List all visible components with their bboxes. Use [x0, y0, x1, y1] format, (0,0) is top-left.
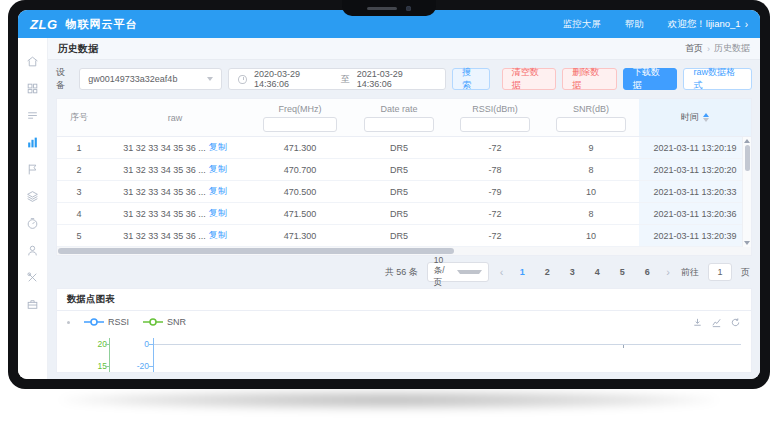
- rssi-line-marker-icon: [84, 317, 104, 327]
- page-size-value: 10条/页: [434, 255, 453, 289]
- copy-link[interactable]: 复制: [209, 163, 227, 176]
- raw-text: 31 32 33 34 35 36 ...: [123, 165, 206, 175]
- copy-link[interactable]: 复制: [209, 141, 227, 154]
- h-scroll-thumb[interactable]: [58, 248, 454, 254]
- rate-filter-input[interactable]: [364, 117, 433, 132]
- page-number-3[interactable]: 3: [564, 267, 580, 277]
- horizontal-scrollbar[interactable]: [57, 247, 751, 255]
- col-header-freq: Freq(MHz): [279, 104, 322, 114]
- table-row[interactable]: 2 31 32 33 34 35 36 ...复制 470.700 DR5 -7…: [57, 159, 751, 181]
- chart-title: 数据点图表: [67, 293, 115, 306]
- table-row[interactable]: 1 31 32 33 34 35 36 ...复制 471.300 DR5 -7…: [57, 137, 751, 159]
- clear-data-button[interactable]: 清空数据: [502, 68, 557, 90]
- cell-raw: 31 32 33 34 35 36 ...复制: [101, 181, 249, 202]
- search-button[interactable]: 搜索: [452, 68, 489, 90]
- breadcrumb-home[interactable]: 首页: [685, 42, 703, 55]
- breadcrumb-current: 历史数据: [714, 42, 750, 55]
- col-header-time: 时间: [681, 111, 699, 124]
- tools-icon[interactable]: [26, 270, 40, 284]
- raw-text: 31 32 33 34 35 36 ...: [123, 143, 206, 153]
- table-row[interactable]: 3 31 32 33 34 35 36 ...复制 470.500 DR5 -7…: [57, 181, 751, 203]
- snr-axis-tick: 20: [85, 339, 107, 349]
- cell-no: 3: [57, 181, 101, 202]
- cell-raw: 31 32 33 34 35 36 ...复制: [101, 159, 249, 180]
- snr-filter-input[interactable]: [556, 117, 625, 132]
- cell-time: 2021-03-11 13:20:19: [639, 137, 751, 158]
- col-header-no: 序号: [70, 111, 88, 124]
- freq-filter-input[interactable]: [263, 117, 336, 132]
- download-icon[interactable]: [692, 317, 703, 328]
- cell-snr: 9: [543, 137, 639, 158]
- layers-icon[interactable]: [26, 189, 40, 203]
- cell-freq: 471.300: [249, 137, 351, 158]
- legend-item-rssi[interactable]: RSSI: [84, 317, 129, 327]
- raw-text: 31 32 33 34 35 36 ...: [123, 231, 206, 241]
- cell-freq: 471.300: [249, 225, 351, 246]
- cell-raw: 31 32 33 34 35 36 ...复制: [101, 203, 249, 224]
- table-row[interactable]: 4 31 32 33 34 35 36 ...复制 471.500 DR5 -7…: [57, 203, 751, 225]
- cell-rate: DR5: [351, 181, 447, 202]
- chevron-down-icon: [207, 77, 213, 81]
- scroll-up-icon[interactable]: [744, 139, 750, 143]
- next-page-icon[interactable]: ›: [664, 266, 672, 278]
- app-title: 物联网云平台: [66, 17, 138, 32]
- date-start: 2020-03-29 14:36:06: [254, 69, 334, 89]
- chart-section: 数据点图表 RSSI SNR: [56, 288, 752, 373]
- legend-item-snr[interactable]: SNR: [143, 317, 186, 327]
- goto-page-input[interactable]: [708, 263, 732, 281]
- goto-unit: 页: [741, 266, 750, 279]
- briefcase-icon[interactable]: [26, 297, 40, 311]
- snr-line-marker-icon: [143, 317, 163, 327]
- line-chart-icon[interactable]: [711, 317, 722, 328]
- chart-toolbar: [692, 317, 741, 328]
- bar-chart-icon[interactable]: [26, 135, 40, 149]
- download-data-button[interactable]: 下载数据: [623, 68, 678, 90]
- v-scroll-thumb[interactable]: [745, 145, 750, 171]
- cell-rate: DR5: [351, 225, 447, 246]
- list-icon[interactable]: [26, 108, 40, 122]
- prev-page-icon[interactable]: ‹: [498, 266, 506, 278]
- raw-text: 31 32 33 34 35 36 ...: [123, 187, 206, 197]
- flag-icon[interactable]: [26, 162, 40, 176]
- cell-time: 2021-03-11 13:20:36: [639, 203, 751, 224]
- cell-freq: 470.700: [249, 159, 351, 180]
- cell-rate: DR5: [351, 159, 447, 180]
- scroll-down-icon[interactable]: [744, 241, 750, 245]
- delete-data-button[interactable]: 删除数据: [562, 68, 617, 90]
- vertical-scrollbar[interactable]: [742, 137, 751, 247]
- device-mockup: ZLG 物联网云平台 监控大屏 帮助 欢迎您！lijiano_1 ›: [0, 0, 778, 422]
- copy-link[interactable]: 复制: [209, 185, 227, 198]
- rssi-axis-tick: -20: [127, 361, 149, 371]
- device-grid-icon[interactable]: [26, 81, 40, 95]
- breadcrumb-separator-icon: ›: [707, 44, 710, 54]
- page-number-2[interactable]: 2: [539, 267, 555, 277]
- date-to-label: 至: [341, 73, 350, 86]
- col-header-snr: SNR(dB): [573, 104, 609, 114]
- cell-rssi: -79: [447, 181, 543, 202]
- cell-no: 2: [57, 159, 101, 180]
- device-select[interactable]: gw00149733a32eaf4b: [79, 68, 222, 90]
- pagination: 共 56 条 10条/页 ‹ 1 2 3 4 5 6: [56, 256, 752, 288]
- nav-link-monitor-screen[interactable]: 监控大屏: [563, 18, 601, 31]
- time-sort-icon[interactable]: [703, 113, 709, 122]
- cell-time: 2021-03-11 13:20:39: [639, 225, 751, 246]
- refresh-icon[interactable]: [730, 317, 741, 328]
- page-number-1[interactable]: 1: [514, 267, 530, 277]
- rssi-filter-input[interactable]: [460, 117, 529, 132]
- cell-raw: 31 32 33 34 35 36 ...复制: [101, 225, 249, 246]
- cell-snr: 10: [543, 225, 639, 246]
- raw-format-button[interactable]: raw数据格式: [683, 68, 752, 90]
- page-number-4[interactable]: 4: [589, 267, 605, 277]
- user-menu[interactable]: 欢迎您！lijiano_1 ›: [668, 18, 748, 31]
- copy-link[interactable]: 复制: [209, 229, 227, 242]
- gauge-icon[interactable]: [26, 216, 40, 230]
- page-size-select[interactable]: 10条/页: [427, 262, 489, 282]
- date-range-picker[interactable]: 2020-03-29 14:36:06 至 2021-03-29 14:36:0…: [228, 68, 446, 90]
- home-icon[interactable]: [26, 54, 40, 68]
- page-number-6[interactable]: 6: [639, 267, 655, 277]
- copy-link[interactable]: 复制: [209, 207, 227, 220]
- nav-link-help[interactable]: 帮助: [625, 18, 644, 31]
- user-pin-icon[interactable]: [26, 243, 40, 257]
- page-number-5[interactable]: 5: [614, 267, 630, 277]
- table-row[interactable]: 5 31 32 33 34 35 36 ...复制 471.300 DR5 -7…: [57, 225, 751, 247]
